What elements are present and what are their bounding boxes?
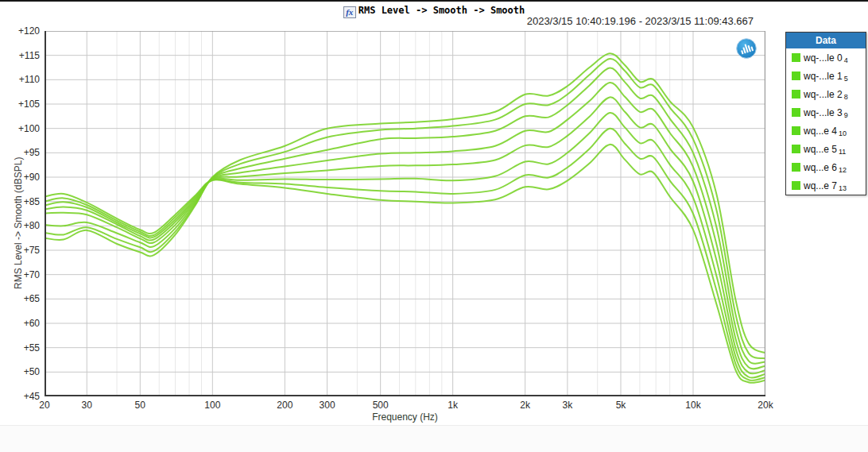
legend-item-subscript: 4 xyxy=(844,56,848,64)
frequency-response-plot[interactable] xyxy=(45,31,765,396)
legend-swatch-icon xyxy=(792,126,800,135)
x-tick-label: 50 xyxy=(120,400,160,411)
y-tick-label: +100 xyxy=(0,122,40,135)
y-tick-label: +105 xyxy=(0,98,40,110)
legend-item-subscript: 9 xyxy=(844,111,848,119)
curve-series-7[interactable] xyxy=(45,53,765,353)
y-tick-label: +65 xyxy=(0,292,40,305)
y-tick-label: +45 xyxy=(0,390,40,403)
x-tick-label: 20k xyxy=(746,400,785,411)
legend-item-2[interactable]: wq-...le 28 xyxy=(786,85,866,103)
x-axis-title: Frequency (Hz) xyxy=(45,411,765,423)
legend-item-3[interactable]: wq-...le 39 xyxy=(786,103,866,122)
y-tick-label: +60 xyxy=(0,317,40,330)
legend-item-0[interactable]: wq-...le 04 xyxy=(786,48,866,67)
footer-strip xyxy=(0,425,868,452)
curve-series-0[interactable] xyxy=(45,145,765,383)
plot-area[interactable] xyxy=(45,31,765,396)
legend-panel[interactable]: Data wq-...le 04wq-...le 15wq-...le 28wq… xyxy=(785,32,866,195)
legend-item-subscript: 8 xyxy=(844,93,848,101)
legend-swatch-icon xyxy=(792,90,800,99)
time-range-label: 2023/3/15 10:40:19.196 - 2023/3/15 11:09… xyxy=(0,15,754,27)
legend-item-label: wq...e 5 xyxy=(804,144,837,155)
legend-item-label: wq-...le 1 xyxy=(804,71,843,82)
y-tick-label: +115 xyxy=(0,49,40,62)
x-tick-label: 500 xyxy=(361,400,401,411)
x-tick-label: 200 xyxy=(265,400,304,411)
legend-item-4[interactable]: wq...e 410 xyxy=(786,122,866,140)
x-tick-label: 1k xyxy=(433,400,473,411)
legend-item-label: wq...e 6 xyxy=(804,162,837,173)
legend-item-7[interactable]: wq...e 713 xyxy=(786,176,866,195)
x-tick-label: 2k xyxy=(506,400,545,411)
x-tick-label: 100 xyxy=(192,400,232,411)
legend-item-subscript: 13 xyxy=(839,184,847,192)
chart-title-bar: fxRMS Level -> Smooth -> Smooth xyxy=(0,2,868,15)
x-tick-label: 20 xyxy=(25,400,64,411)
legend-item-subscript: 12 xyxy=(839,166,847,174)
legend-item-subscript: 5 xyxy=(844,75,848,83)
legend-item-label: wq-...le 0 xyxy=(804,52,843,64)
legend-swatch-icon xyxy=(792,145,800,153)
y-axis-title: RMS Level -> Smooth (dBSPL) xyxy=(13,157,24,289)
legend-item-5[interactable]: wq...e 511 xyxy=(786,140,866,158)
legend-swatch-icon xyxy=(792,181,800,190)
x-tick-label: 3k xyxy=(548,400,587,411)
legend-header[interactable]: Data xyxy=(786,33,866,48)
legend-item-subscript: 11 xyxy=(839,148,846,156)
x-tick-label: 300 xyxy=(308,400,347,411)
analyzer-logo-icon xyxy=(735,37,758,60)
legend-item-6[interactable]: wq...e 612 xyxy=(786,158,866,176)
legend-item-1[interactable]: wq-...le 15 xyxy=(786,67,866,85)
y-tick-label: +55 xyxy=(0,342,40,354)
x-tick-label: 30 xyxy=(67,400,107,411)
legend-swatch-icon xyxy=(792,163,800,172)
curve-series-5[interactable] xyxy=(45,68,765,364)
legend-swatch-icon xyxy=(792,53,800,62)
legend-item-label: wq-...le 2 xyxy=(804,89,843,100)
legend-item-label: wq...e 4 xyxy=(804,126,837,137)
legend-item-subscript: 10 xyxy=(839,129,847,137)
x-tick-label: 5k xyxy=(601,400,641,411)
y-tick-label: +50 xyxy=(0,365,40,378)
analyzer-window: fxRMS Level -> Smooth -> Smooth 2023/3/1… xyxy=(0,0,868,452)
legend-swatch-icon xyxy=(792,71,800,80)
legend-items: wq-...le 04wq-...le 15wq-...le 28wq-...l… xyxy=(786,48,866,195)
y-tick-label: +110 xyxy=(0,73,40,86)
legend-item-label: wq-...le 3 xyxy=(804,107,843,118)
x-tick-label: 10k xyxy=(673,400,713,411)
legend-swatch-icon xyxy=(792,108,800,117)
legend-item-label: wq...e 7 xyxy=(804,180,837,191)
chart-title: RMS Level -> Smooth -> Smooth xyxy=(358,5,525,16)
